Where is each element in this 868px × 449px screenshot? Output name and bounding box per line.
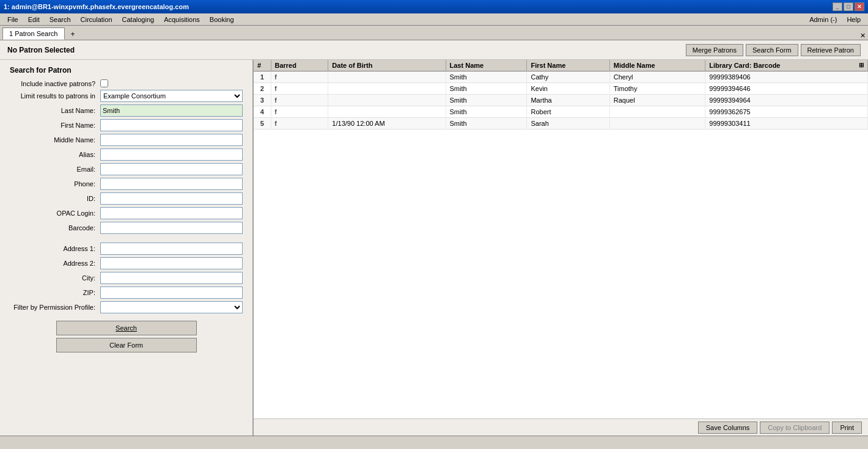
address2-input[interactable]: [100, 257, 243, 269]
col-last-name[interactable]: Last Name: [446, 60, 527, 71]
middle-name-label: Middle Name:: [10, 136, 100, 144]
cell-first-name: Martha: [527, 95, 609, 106]
retrieve-patron-button[interactable]: Retrieve Patron: [801, 44, 861, 56]
address1-input[interactable]: [100, 243, 243, 255]
table-row[interactable]: 5 f 1/13/90 12:00 AM Smith Sarah 9999930…: [254, 118, 868, 130]
city-label: City:: [10, 274, 100, 282]
no-patron-label: No Patron Selected: [7, 46, 75, 54]
cell-library-card: 99999394964: [705, 95, 868, 106]
help-menu[interactable]: Help: [842, 15, 866, 24]
cell-dob: [328, 83, 446, 95]
cell-last-name: Smith: [446, 83, 527, 95]
menu-circulation[interactable]: Circulation: [76, 15, 117, 24]
expand-col-icon[interactable]: ⊞: [859, 62, 864, 68]
admin-menu[interactable]: Admin (-): [804, 15, 842, 24]
alias-row: Alias:: [10, 148, 243, 161]
col-dob[interactable]: Date of Birth: [328, 60, 446, 71]
menu-acquisitions[interactable]: Acquisitions: [159, 15, 205, 24]
cell-library-card: 99999394646: [705, 83, 868, 95]
search-form-button[interactable]: Search Form: [746, 44, 798, 56]
email-input[interactable]: [100, 163, 243, 175]
email-row: Email:: [10, 163, 243, 175]
address2-label: Address 2:: [10, 260, 100, 267]
cell-last-name: Smith: [446, 118, 527, 130]
first-name-input[interactable]: [100, 119, 243, 131]
results-table: # Barred Date of Birth Last Name First N…: [254, 60, 868, 130]
middle-name-input[interactable]: [100, 134, 243, 146]
titlebar-title: 1: admin@BR1-winxpvmfx.phasefx.evergreen…: [4, 3, 833, 10]
opac-login-input[interactable]: [100, 207, 243, 219]
phone-input[interactable]: [100, 178, 243, 190]
col-first-name[interactable]: First Name: [527, 60, 609, 71]
close-tab-button[interactable]: ✕: [860, 32, 866, 40]
merge-patrons-button[interactable]: Merge Patrons: [686, 44, 743, 56]
search-form-title: Search for Patron: [10, 66, 243, 75]
tabbar: 1 Patron Search + ✕: [0, 26, 868, 40]
include-inactive-row: Include inactive patrons?: [10, 79, 243, 87]
menu-cataloging[interactable]: Cataloging: [117, 15, 160, 24]
first-name-row: First Name:: [10, 119, 243, 131]
menu-file[interactable]: File: [2, 15, 23, 24]
zip-input[interactable]: [100, 287, 243, 299]
menu-booking[interactable]: Booking: [205, 15, 239, 24]
zip-label: ZIP:: [10, 289, 100, 296]
cell-library-card: 99999362675: [705, 106, 868, 118]
cell-num: 3: [254, 95, 271, 106]
city-input[interactable]: [100, 272, 243, 284]
phone-row: Phone:: [10, 178, 243, 190]
col-library-card[interactable]: Library Card: Barcode ⊞: [705, 60, 868, 71]
alias-label: Alias:: [10, 151, 100, 158]
infobar-buttons: Merge Patrons Search Form Retrieve Patro…: [686, 44, 861, 56]
menu-search[interactable]: Search: [45, 15, 76, 24]
cell-last-name: Smith: [446, 106, 527, 118]
address2-row: Address 2:: [10, 257, 243, 269]
cell-barred: f: [271, 83, 328, 95]
include-inactive-checkbox[interactable]: [100, 79, 108, 87]
minimize-button[interactable]: _: [833, 2, 842, 11]
alias-input[interactable]: [100, 148, 243, 161]
save-columns-button[interactable]: Save Columns: [698, 422, 758, 434]
results-table-container: # Barred Date of Birth Last Name First N…: [254, 60, 868, 418]
print-button[interactable]: Print: [832, 422, 862, 434]
titlebar: 1: admin@BR1-winxpvmfx.phasefx.evergreen…: [0, 0, 868, 13]
add-tab-button[interactable]: +: [67, 29, 79, 40]
middle-name-row: Middle Name:: [10, 134, 243, 146]
last-name-label: Last Name:: [10, 107, 100, 114]
maximize-button[interactable]: □: [844, 2, 853, 11]
cell-barred: f: [271, 95, 328, 106]
results-panel: # Barred Date of Birth Last Name First N…: [254, 60, 868, 436]
id-label: ID:: [10, 195, 100, 202]
tab-patron-search[interactable]: 1 Patron Search: [2, 27, 65, 40]
bottombar: Save Columns Copy to Clipboard Print: [254, 418, 868, 436]
cell-middle-name: Cheryl: [609, 71, 705, 83]
id-row: ID:: [10, 192, 243, 205]
phone-label: Phone:: [10, 180, 100, 188]
last-name-input[interactable]: [100, 104, 243, 117]
id-input[interactable]: [100, 192, 243, 205]
table-row[interactable]: 1 f Smith Cathy Cheryl 99999389406: [254, 71, 868, 83]
table-row[interactable]: 2 f Smith Kevin Timothy 99999394646: [254, 83, 868, 95]
cell-middle-name: Timothy: [609, 83, 705, 95]
table-header-row: # Barred Date of Birth Last Name First N…: [254, 60, 868, 71]
limit-results-select[interactable]: Example Consortium: [100, 90, 243, 102]
table-row[interactable]: 3 f Smith Martha Raquel 99999394964: [254, 95, 868, 106]
zip-row: ZIP:: [10, 287, 243, 299]
permission-profile-select[interactable]: [100, 301, 243, 313]
menu-edit[interactable]: Edit: [23, 15, 45, 24]
close-button[interactable]: ✕: [855, 2, 864, 11]
barcode-input[interactable]: [100, 222, 243, 234]
search-button[interactable]: Search: [56, 321, 197, 335]
opac-login-row: OPAC Login:: [10, 207, 243, 219]
col-num[interactable]: #: [254, 60, 271, 71]
cell-dob: 1/13/90 12:00 AM: [328, 118, 446, 130]
cell-num: 1: [254, 71, 271, 83]
tab-label: 1 Patron Search: [9, 30, 58, 37]
cell-middle-name: [609, 118, 705, 130]
col-middle-name[interactable]: Middle Name: [609, 60, 705, 71]
table-row[interactable]: 4 f Smith Robert 99999362675: [254, 106, 868, 118]
col-barred[interactable]: Barred: [271, 60, 328, 71]
main-content: Search for Patron Include inactive patro…: [0, 60, 868, 436]
clear-form-button[interactable]: Clear Form: [56, 338, 197, 352]
cell-first-name: Kevin: [527, 83, 609, 95]
copy-clipboard-button[interactable]: Copy to Clipboard: [760, 422, 829, 434]
